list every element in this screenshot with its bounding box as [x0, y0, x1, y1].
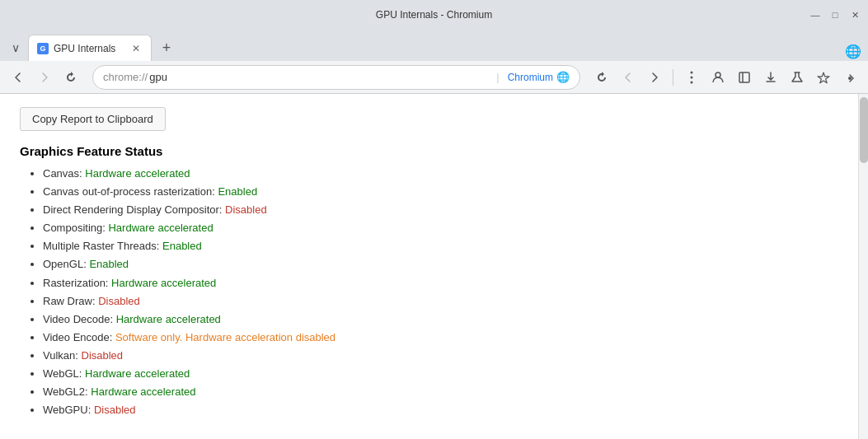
list-item: Canvas: Hardware accelerated: [43, 165, 838, 183]
reload-button[interactable]: [59, 66, 82, 89]
maximize-button[interactable]: □: [828, 8, 842, 21]
address-separator: |: [496, 71, 499, 83]
svg-point-2: [691, 81, 693, 83]
feature-label: Rasterization:: [43, 277, 111, 289]
list-item: Canvas out-of-process rasterization: Ena…: [43, 183, 838, 201]
download-icon[interactable]: [759, 66, 782, 89]
feature-label: Video Decode:: [43, 313, 116, 325]
feature-status: Hardware accelerated: [111, 277, 216, 289]
list-item: WebGL2: Hardware accelerated: [43, 383, 838, 401]
forward-button[interactable]: [33, 66, 56, 89]
feature-label: Direct Rendering Display Compositor:: [43, 203, 225, 216]
svg-rect-4: [739, 72, 749, 82]
list-item: OpenGL: Enabled: [43, 255, 838, 273]
list-item: Multiple Raster Threads: Enabled: [43, 237, 838, 255]
feature-label: Multiple Raster Threads:: [43, 240, 162, 252]
copy-report-button[interactable]: Copy Report to Clipboard: [20, 107, 166, 131]
tab-close-button[interactable]: ✕: [129, 42, 143, 55]
toolbar: chrome://gpu | Chromium 🌐: [0, 61, 868, 94]
list-item: Vulkan: Disabled: [43, 347, 838, 365]
scrollbar-track[interactable]: [858, 94, 868, 439]
list-item: Rasterization: Hardware accelerated: [43, 274, 838, 292]
back-nav-button[interactable]: [617, 66, 640, 89]
feature-label: WebGL:: [43, 367, 85, 380]
person-icon[interactable]: [706, 66, 730, 89]
feature-status: Hardware accelerated: [85, 167, 190, 180]
list-item: Video Encode: Software only. Hardware ac…: [43, 329, 838, 347]
feature-status: Hardware accelerated: [85, 367, 190, 380]
feature-status: Enabled: [218, 185, 257, 198]
tab-label: GPU Internals: [54, 43, 115, 54]
star-icon[interactable]: [812, 66, 835, 89]
tab-dropdown-button[interactable]: ∨: [7, 36, 25, 59]
forward-nav-button[interactable]: [643, 66, 666, 89]
address-bar[interactable]: chrome://gpu | Chromium 🌐: [92, 65, 580, 90]
feature-status: Enabled: [162, 240, 202, 252]
feature-label: WebGPU:: [43, 404, 94, 416]
toolbar-separator: [673, 69, 673, 86]
flask-icon[interactable]: [786, 66, 809, 89]
list-item: Raw Draw: Disabled: [43, 292, 838, 311]
svg-point-7: [848, 77, 852, 80]
svg-point-0: [691, 71, 693, 73]
menu-icon[interactable]: [680, 66, 703, 89]
minimize-button[interactable]: —: [809, 8, 822, 21]
list-item: WebGL: Hardware accelerated: [43, 365, 838, 383]
profile-name: Chromium: [508, 72, 553, 83]
url-host: gpu: [149, 71, 167, 83]
reload-nav-button[interactable]: [590, 66, 613, 89]
feature-status: Hardware accelerated: [116, 313, 221, 325]
feature-status: Disabled: [98, 295, 140, 307]
svg-point-3: [716, 72, 720, 77]
feature-label: OpenGL:: [43, 258, 89, 270]
feature-status: Enabled: [89, 258, 129, 270]
active-tab[interactable]: G GPU Internals ✕: [28, 35, 152, 61]
feature-status: Disabled: [94, 404, 136, 416]
tab-globe-icon: 🌐: [845, 44, 861, 59]
page-content: Copy Report to Clipboard Graphics Featur…: [0, 94, 858, 439]
feature-label: Raw Draw:: [43, 295, 98, 307]
tab-bar: ∨ G GPU Internals ✕ + 🌐: [0, 30, 868, 61]
list-item: Video Decode: Hardware accelerated: [43, 311, 838, 329]
feature-label: Canvas:: [43, 167, 85, 180]
feature-label: Compositing:: [43, 222, 108, 234]
window-controls: — □ ✕: [809, 8, 861, 21]
address-globe-icon: 🌐: [556, 71, 570, 83]
feature-status: Disabled: [82, 349, 124, 362]
list-item: Direct Rendering Display Compositor: Dis…: [43, 201, 838, 219]
section-title: Graphics Feature Status: [20, 144, 838, 158]
list-item: WebGPU: Disabled: [43, 401, 838, 419]
back-button[interactable]: [7, 66, 30, 89]
url-display: chrome://gpu: [103, 71, 488, 83]
new-tab-button[interactable]: +: [155, 36, 178, 59]
feature-list: Canvas: Hardware acceleratedCanvas out-o…: [20, 165, 838, 419]
feature-status: Hardware accelerated: [91, 385, 195, 398]
window-title: GPU Internals - Chromium: [376, 9, 492, 21]
page-wrapper: Copy Report to Clipboard Graphics Featur…: [0, 94, 868, 439]
close-button[interactable]: ✕: [848, 8, 861, 21]
feature-label: Video Encode:: [43, 331, 115, 343]
feature-status: Hardware accelerated: [108, 222, 213, 234]
feature-status: Software only. Hardware acceleration dis…: [115, 331, 335, 343]
sidebar-icon[interactable]: [733, 66, 756, 89]
feature-label: Vulkan:: [43, 349, 82, 362]
cast-icon[interactable]: [838, 66, 861, 89]
list-item: Compositing: Hardware accelerated: [43, 219, 838, 237]
url-scheme: chrome://: [103, 71, 148, 83]
feature-label: Canvas out-of-process rasterization:: [43, 185, 218, 198]
title-bar: GPU Internals - Chromium — □ ✕: [0, 0, 868, 30]
feature-label: WebGL2:: [43, 385, 91, 398]
feature-status: Disabled: [225, 203, 267, 216]
svg-point-1: [691, 76, 693, 78]
tab-favicon: G: [37, 43, 49, 54]
scrollbar-thumb[interactable]: [860, 97, 868, 163]
